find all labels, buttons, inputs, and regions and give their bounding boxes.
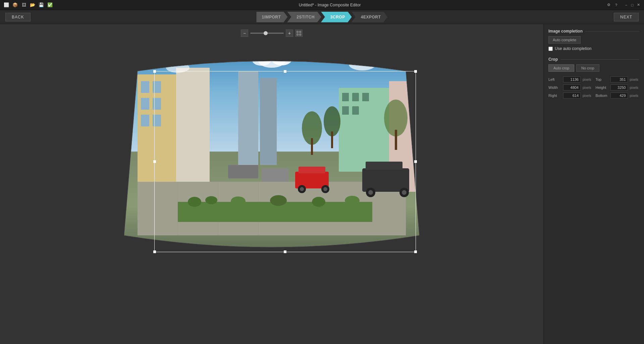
svg-rect-12 xyxy=(141,115,149,126)
titlebar: ⬜ 📦 🖼 📂 💾 ✅ Untitled* - Image Composite … xyxy=(0,0,644,10)
maximize-button[interactable]: □ xyxy=(630,3,635,7)
svg-rect-19 xyxy=(352,93,359,101)
step-import[interactable]: 1 IMPORT xyxy=(256,12,287,22)
window-controls: ⚙ ? − □ ✕ xyxy=(606,3,641,7)
step-crop[interactable]: 3 CROP xyxy=(321,12,352,22)
svg-rect-3 xyxy=(300,34,301,35)
crop-section: Crop Auto crop No crop Left pixels Top p… xyxy=(548,57,639,99)
zoom-slider[interactable] xyxy=(250,33,284,34)
settings-icon[interactable]: ⚙ xyxy=(606,3,611,7)
bottom-value-input[interactable] xyxy=(610,93,628,99)
use-auto-completion-label: Use auto completion xyxy=(555,46,591,51)
right-panel: Image completion Auto complete Use auto … xyxy=(543,24,644,344)
svg-point-53 xyxy=(312,197,325,207)
height-value-input[interactable] xyxy=(610,84,628,91)
zoom-controls: − + xyxy=(241,30,303,37)
right-label: Right xyxy=(548,94,561,98)
zoom-thumb[interactable] xyxy=(264,31,268,35)
svg-point-52 xyxy=(270,195,287,206)
svg-rect-47 xyxy=(228,165,258,178)
auto-crop-button[interactable]: Auto crop xyxy=(548,64,574,72)
app-title: Untitled* - Image Composite Editor xyxy=(299,3,361,7)
no-crop-button[interactable]: No crop xyxy=(576,64,599,72)
top-navigation: BACK 1 IMPORT 2 STITCH 3 CROP 4 EXPORT N… xyxy=(0,10,644,24)
zoom-in-button[interactable]: + xyxy=(286,30,293,37)
crop-title: Crop xyxy=(548,57,639,62)
save-icon[interactable]: 💾 xyxy=(38,2,44,8)
crop-left-row: Left pixels xyxy=(548,76,592,82)
titlebar-icons: ⬜ 📦 🖼 📂 💾 ✅ xyxy=(3,2,53,8)
canvas-area[interactable]: − + xyxy=(0,24,543,344)
width-label: Width xyxy=(548,85,561,90)
back-button[interactable]: BACK xyxy=(5,13,31,21)
crop-values-grid: Left pixels Top pixels Width pixels xyxy=(548,76,639,99)
right-value-input[interactable] xyxy=(563,93,581,99)
svg-rect-20 xyxy=(362,93,369,101)
left-unit: pixels xyxy=(583,78,591,81)
panorama-container xyxy=(111,41,433,269)
svg-rect-46 xyxy=(262,168,288,182)
crop-right-row: Right pixels xyxy=(548,93,592,99)
svg-point-54 xyxy=(345,196,360,205)
use-auto-completion-checkbox[interactable] xyxy=(548,47,553,51)
svg-rect-41 xyxy=(366,162,402,170)
height-label: Height xyxy=(596,85,608,90)
svg-rect-8 xyxy=(141,81,149,93)
close-button[interactable]: ✕ xyxy=(636,3,641,7)
crop-height-row: Height pixels xyxy=(596,84,640,91)
step-3-number: 3 xyxy=(330,15,333,19)
height-unit: pixels xyxy=(630,86,639,90)
svg-rect-2 xyxy=(297,34,298,35)
svg-point-39 xyxy=(323,187,327,191)
top-label: Top xyxy=(596,77,608,81)
svg-rect-10 xyxy=(141,98,149,110)
svg-point-50 xyxy=(205,196,217,204)
main-content: − + xyxy=(0,24,644,344)
step-navigation: 1 IMPORT 2 STITCH 3 CROP 4 EXPORT xyxy=(257,12,387,22)
svg-rect-0 xyxy=(297,31,298,33)
help-icon[interactable]: ? xyxy=(614,3,619,7)
left-value-input[interactable] xyxy=(563,76,581,82)
next-button[interactable]: NEXT xyxy=(614,13,639,21)
crop-width-row: Width pixels xyxy=(548,84,592,91)
step-stitch[interactable]: 2 STITCH xyxy=(287,12,321,22)
step-4-number: 4 xyxy=(361,15,363,19)
svg-rect-16 xyxy=(260,78,277,165)
svg-point-44 xyxy=(368,190,373,195)
image-completion-title: Image completion xyxy=(548,29,639,34)
step-1-number: 1 xyxy=(262,15,264,19)
svg-rect-11 xyxy=(153,98,161,110)
svg-rect-29 xyxy=(395,130,397,150)
zoom-fit-button[interactable] xyxy=(295,30,303,37)
width-unit: pixels xyxy=(583,86,591,90)
right-unit: pixels xyxy=(583,94,591,98)
new-icon[interactable]: ⬜ xyxy=(3,2,9,8)
export-icon[interactable]: ✅ xyxy=(47,2,53,8)
svg-rect-35 xyxy=(299,167,325,173)
title-settings: ⚙ ? xyxy=(606,3,619,7)
top-unit: pixels xyxy=(630,78,639,81)
zoom-out-button[interactable]: − xyxy=(241,30,248,37)
crop-mode-buttons: Auto crop No crop xyxy=(548,64,639,72)
step-3-label: CROP xyxy=(333,15,345,19)
step-export[interactable]: 4 EXPORT xyxy=(352,12,388,22)
svg-rect-15 xyxy=(238,71,258,165)
panorama-icon[interactable]: 🖼 xyxy=(21,2,27,8)
open-folder-icon[interactable]: 📂 xyxy=(30,2,36,8)
step-2-number: 2 xyxy=(297,15,299,19)
svg-rect-9 xyxy=(153,81,161,93)
minimize-button[interactable]: − xyxy=(624,3,629,7)
crop-top-row: Top pixels xyxy=(596,76,640,82)
step-1-label: IMPORT xyxy=(264,15,281,19)
image-completion-section: Image completion Auto complete Use auto … xyxy=(548,29,639,51)
auto-complete-button[interactable]: Auto complete xyxy=(548,36,581,44)
width-value-input[interactable] xyxy=(563,84,581,91)
svg-rect-22 xyxy=(352,106,359,115)
svg-rect-25 xyxy=(311,138,313,155)
open-project-icon[interactable]: 📦 xyxy=(12,2,18,8)
top-value-input[interactable] xyxy=(610,76,628,82)
svg-point-38 xyxy=(300,187,304,191)
svg-rect-21 xyxy=(342,106,349,115)
svg-rect-27 xyxy=(331,131,333,148)
crop-bottom-row: Bottom pixels xyxy=(596,93,640,99)
